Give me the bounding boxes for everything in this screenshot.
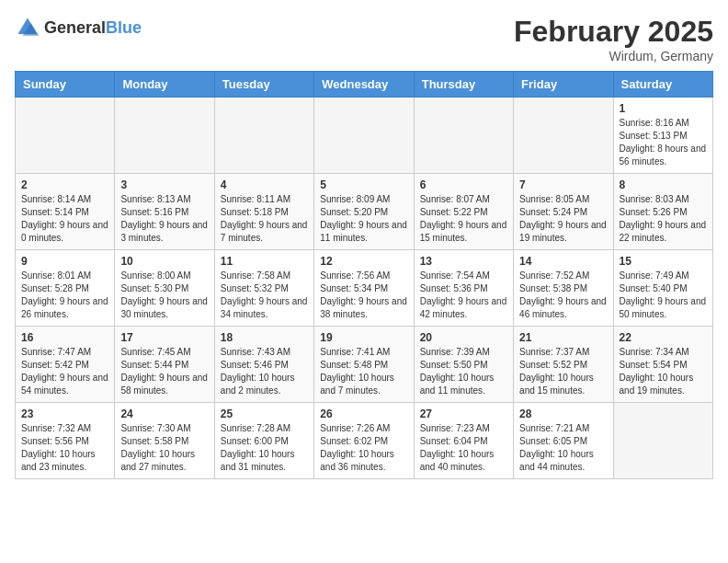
day-number: 13 [420,255,507,268]
day-detail: Sunrise: 8:13 AM Sunset: 5:16 PM Dayligh… [120,193,208,245]
day-detail: Sunrise: 8:14 AM Sunset: 5:14 PM Dayligh… [21,193,108,245]
day-number: 4 [221,178,308,191]
calendar-table: SundayMondayTuesdayWednesdayThursdayFrid… [15,71,713,479]
day-number: 11 [221,255,308,268]
day-detail: Sunrise: 7:28 AM Sunset: 6:00 PM Dayligh… [221,422,308,474]
day-detail: Sunrise: 7:54 AM Sunset: 5:36 PM Dayligh… [420,270,507,321]
day-number: 23 [21,408,108,420]
day-number: 3 [120,178,208,191]
day-detail: Sunrise: 8:16 AM Sunset: 5:13 PM Dayligh… [620,117,707,168]
calendar-cell: 13Sunrise: 7:54 AM Sunset: 5:36 PM Dayli… [414,250,513,327]
calendar-cell: 12Sunrise: 7:56 AM Sunset: 5:34 PM Dayli… [314,250,414,327]
calendar-cell: 17Sunrise: 7:45 AM Sunset: 5:44 PM Dayli… [115,327,214,403]
day-detail: Sunrise: 8:11 AM Sunset: 5:18 PM Dayligh… [221,193,308,245]
day-detail: Sunrise: 7:23 AM Sunset: 6:04 PM Dayligh… [420,422,507,474]
weekday-header: Saturday [613,72,712,98]
calendar-cell: 5Sunrise: 8:09 AM Sunset: 5:20 PM Daylig… [314,174,414,250]
page-header: GeneralBlue February 2025 Wirdum, German… [15,15,713,63]
day-detail: Sunrise: 7:26 AM Sunset: 6:02 PM Dayligh… [320,422,407,474]
calendar-cell: 14Sunrise: 7:52 AM Sunset: 5:38 PM Dayli… [514,250,613,327]
calendar-cell: 22Sunrise: 7:34 AM Sunset: 5:54 PM Dayli… [613,327,712,403]
weekday-header: Friday [514,72,613,98]
day-number: 6 [420,178,507,191]
weekday-header: Thursday [414,72,513,98]
calendar-week-row: 16Sunrise: 7:47 AM Sunset: 5:42 PM Dayli… [16,327,713,403]
calendar-cell: 26Sunrise: 7:26 AM Sunset: 6:02 PM Dayli… [314,403,414,479]
calendar-cell: 25Sunrise: 7:28 AM Sunset: 6:00 PM Dayli… [214,403,313,479]
calendar-cell: 8Sunrise: 8:03 AM Sunset: 5:26 PM Daylig… [613,174,712,250]
day-number: 10 [120,255,208,268]
calendar-cell: 6Sunrise: 8:07 AM Sunset: 5:22 PM Daylig… [414,174,513,250]
day-detail: Sunrise: 7:43 AM Sunset: 5:46 PM Dayligh… [221,346,308,397]
weekday-header: Monday [115,72,214,98]
day-number: 26 [320,408,407,420]
weekday-header: Tuesday [214,72,313,98]
calendar-cell: 20Sunrise: 7:39 AM Sunset: 5:50 PM Dayli… [414,327,513,403]
weekday-header: Sunday [16,72,115,98]
calendar-cell: 15Sunrise: 7:49 AM Sunset: 5:40 PM Dayli… [613,250,712,327]
day-number: 27 [420,408,507,420]
month-year-title: February 2025 [514,15,713,49]
calendar-cell: 2Sunrise: 8:14 AM Sunset: 5:14 PM Daylig… [16,174,115,250]
day-number: 25 [221,408,308,420]
day-number: 24 [120,408,208,420]
day-detail: Sunrise: 8:01 AM Sunset: 5:28 PM Dayligh… [21,270,108,321]
day-detail: Sunrise: 7:30 AM Sunset: 5:58 PM Dayligh… [120,422,208,474]
day-number: 18 [221,331,308,344]
day-number: 22 [620,331,707,344]
day-detail: Sunrise: 7:34 AM Sunset: 5:54 PM Dayligh… [620,346,707,397]
calendar-week-row: 2Sunrise: 8:14 AM Sunset: 5:14 PM Daylig… [16,174,713,250]
logo-blue: Blue [106,18,142,37]
calendar-week-row: 1Sunrise: 8:16 AM Sunset: 5:13 PM Daylig… [16,98,713,174]
day-number: 8 [620,178,707,191]
day-detail: Sunrise: 7:37 AM Sunset: 5:52 PM Dayligh… [519,346,607,397]
day-number: 14 [519,255,607,268]
day-number: 28 [519,408,607,420]
day-detail: Sunrise: 7:21 AM Sunset: 6:05 PM Dayligh… [519,422,607,474]
day-number: 17 [120,331,208,344]
day-number: 21 [519,331,607,344]
calendar-cell: 9Sunrise: 8:01 AM Sunset: 5:28 PM Daylig… [16,250,115,327]
calendar-cell: 18Sunrise: 7:43 AM Sunset: 5:46 PM Dayli… [214,327,313,403]
day-detail: Sunrise: 7:56 AM Sunset: 5:34 PM Dayligh… [320,270,407,321]
calendar-cell [214,98,313,174]
day-detail: Sunrise: 7:41 AM Sunset: 5:48 PM Dayligh… [320,346,407,397]
day-detail: Sunrise: 8:05 AM Sunset: 5:24 PM Dayligh… [519,193,607,245]
calendar-cell: 24Sunrise: 7:30 AM Sunset: 5:58 PM Dayli… [115,403,214,479]
calendar-cell: 4Sunrise: 8:11 AM Sunset: 5:18 PM Daylig… [214,174,313,250]
logo: GeneralBlue [15,15,142,40]
calendar-cell [514,98,613,174]
calendar-cell: 3Sunrise: 8:13 AM Sunset: 5:16 PM Daylig… [115,174,214,250]
day-detail: Sunrise: 8:00 AM Sunset: 5:30 PM Dayligh… [120,270,208,321]
calendar-cell [115,98,214,174]
calendar-week-row: 9Sunrise: 8:01 AM Sunset: 5:28 PM Daylig… [16,250,713,327]
title-block: February 2025 Wirdum, Germany [514,15,713,63]
calendar-week-row: 23Sunrise: 7:32 AM Sunset: 5:56 PM Dayli… [16,403,713,479]
calendar-cell: 10Sunrise: 8:00 AM Sunset: 5:30 PM Dayli… [115,250,214,327]
calendar-cell [16,98,115,174]
calendar-cell [314,98,414,174]
day-number: 9 [21,255,108,268]
day-detail: Sunrise: 8:07 AM Sunset: 5:22 PM Dayligh… [420,193,507,245]
location-subtitle: Wirdum, Germany [514,49,713,63]
day-detail: Sunrise: 7:58 AM Sunset: 5:32 PM Dayligh… [221,270,308,321]
weekday-header: Wednesday [314,72,414,98]
calendar-cell: 21Sunrise: 7:37 AM Sunset: 5:52 PM Dayli… [514,327,613,403]
day-number: 7 [519,178,607,191]
day-number: 12 [320,255,407,268]
day-number: 20 [420,331,507,344]
day-detail: Sunrise: 8:09 AM Sunset: 5:20 PM Dayligh… [320,193,407,245]
day-detail: Sunrise: 7:45 AM Sunset: 5:44 PM Dayligh… [120,346,208,397]
calendar-cell: 11Sunrise: 7:58 AM Sunset: 5:32 PM Dayli… [214,250,313,327]
calendar-cell: 1Sunrise: 8:16 AM Sunset: 5:13 PM Daylig… [613,98,712,174]
day-detail: Sunrise: 7:32 AM Sunset: 5:56 PM Dayligh… [21,422,108,474]
day-number: 2 [21,178,108,191]
calendar-cell: 23Sunrise: 7:32 AM Sunset: 5:56 PM Dayli… [16,403,115,479]
calendar-cell: 27Sunrise: 7:23 AM Sunset: 6:04 PM Dayli… [414,403,513,479]
day-detail: Sunrise: 7:49 AM Sunset: 5:40 PM Dayligh… [620,270,707,321]
calendar-cell [414,98,513,174]
day-number: 5 [320,178,407,191]
day-detail: Sunrise: 7:39 AM Sunset: 5:50 PM Dayligh… [420,346,507,397]
calendar-cell: 7Sunrise: 8:05 AM Sunset: 5:24 PM Daylig… [514,174,613,250]
calendar-cell: 16Sunrise: 7:47 AM Sunset: 5:42 PM Dayli… [16,327,115,403]
